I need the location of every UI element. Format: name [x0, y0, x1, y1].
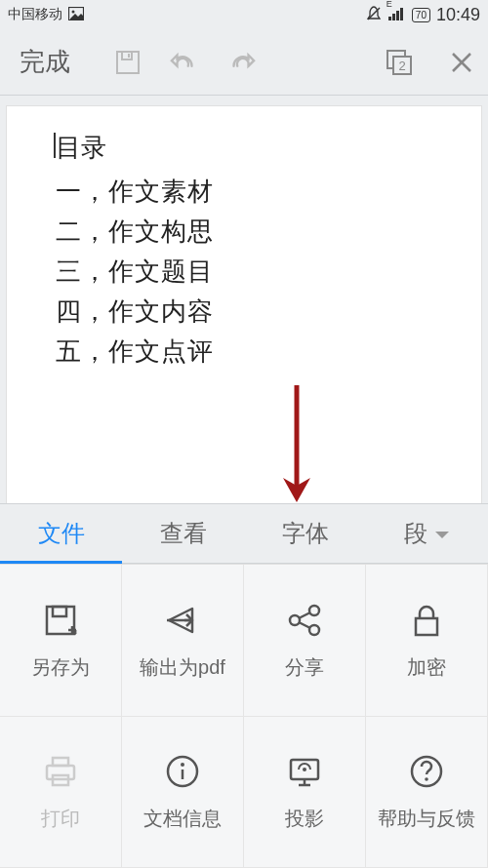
tab-view-label: 查看 — [160, 518, 207, 549]
signal-icon: E — [388, 7, 406, 22]
svg-point-18 — [309, 606, 319, 615]
grid-export-pdf-label: 输出为pdf — [140, 654, 225, 681]
save-as-icon — [40, 600, 81, 641]
grid-project-label: 投影 — [285, 806, 324, 832]
svg-rect-23 — [416, 618, 437, 635]
lock-icon — [406, 600, 447, 641]
tab-font-label: 字体 — [282, 518, 329, 549]
grid-help[interactable]: 帮助与反馈 — [366, 717, 488, 869]
svg-rect-8 — [122, 52, 132, 59]
file-actions-panel: 另存为 输出为pdf 分享 加密 打印 文档信息 投影 — [0, 564, 488, 868]
info-icon — [162, 751, 203, 792]
tab-file[interactable]: 文件 — [0, 504, 122, 563]
done-button[interactable]: 完成 — [12, 45, 78, 79]
tab-paragraph-label: 段 — [404, 518, 427, 549]
top-toolbar: 完成 2 — [0, 29, 488, 96]
svg-line-21 — [299, 612, 310, 618]
svg-rect-17 — [53, 607, 66, 616]
doc-line-5: 五，作文点评 — [56, 335, 432, 369]
tab-file-label: 文件 — [38, 518, 85, 549]
grid-save-as-label: 另存为 — [31, 654, 90, 681]
undo-icon[interactable] — [170, 48, 199, 77]
svg-point-31 — [303, 768, 306, 771]
grid-share-label: 分享 — [285, 654, 324, 681]
project-icon — [284, 751, 325, 792]
grid-encrypt[interactable]: 加密 — [366, 565, 488, 717]
svg-rect-6 — [400, 8, 403, 20]
svg-text:2: 2 — [398, 59, 405, 73]
save-icon[interactable] — [113, 48, 142, 77]
help-icon — [406, 751, 447, 792]
arrow-annotation — [277, 380, 316, 507]
picture-icon — [68, 7, 84, 23]
doc-line-2: 二，作文构思 — [56, 215, 432, 249]
pages-icon[interactable]: 2 — [385, 48, 414, 77]
svg-rect-9 — [128, 54, 130, 58]
svg-point-1 — [72, 10, 75, 13]
tab-paragraph[interactable]: 段 — [366, 504, 488, 563]
svg-rect-25 — [47, 766, 74, 779]
print-icon — [40, 751, 81, 792]
tabs-bar: 文件 查看 字体 段 — [0, 503, 488, 564]
share-icon — [284, 600, 325, 641]
svg-point-20 — [309, 625, 319, 635]
svg-rect-5 — [396, 11, 399, 20]
grid-export-pdf[interactable]: 输出为pdf — [122, 565, 244, 717]
tab-font[interactable]: 字体 — [244, 504, 366, 563]
grid-doc-info-label: 文档信息 — [143, 806, 222, 832]
close-icon[interactable] — [447, 48, 476, 77]
doc-line-1: 一，作文素材 — [56, 175, 432, 209]
doc-line-3: 三，作文题目 — [56, 255, 432, 289]
grid-print[interactable]: 打印 — [0, 717, 122, 869]
grid-help-label: 帮助与反馈 — [378, 806, 475, 832]
redo-icon[interactable] — [226, 48, 256, 77]
battery-level: 70 — [412, 8, 430, 22]
silent-icon — [365, 5, 383, 25]
grid-save-as[interactable]: 另存为 — [0, 565, 122, 717]
document-area[interactable]: 目录 一，作文素材 二，作文构思 三，作文题目 四，作文内容 五，作文点评 — [6, 105, 482, 505]
tab-view[interactable]: 查看 — [122, 504, 244, 563]
svg-rect-3 — [388, 17, 391, 20]
grid-project[interactable]: 投影 — [244, 717, 366, 869]
doc-line-4: 四，作文内容 — [56, 295, 432, 329]
grid-doc-info[interactable]: 文档信息 — [122, 717, 244, 869]
export-pdf-icon — [162, 600, 203, 641]
grid-share[interactable]: 分享 — [244, 565, 366, 717]
svg-line-22 — [299, 622, 310, 628]
status-bar: 中国移动 E 70 10:49 — [0, 0, 488, 29]
chevron-down-icon — [433, 520, 451, 547]
grid-print-label: 打印 — [41, 806, 80, 832]
svg-point-35 — [425, 777, 428, 781]
doc-title: 目录 — [56, 131, 432, 165]
carrier-label: 中国移动 — [8, 6, 62, 23]
svg-point-19 — [290, 615, 300, 625]
svg-point-28 — [181, 763, 184, 767]
grid-encrypt-label: 加密 — [407, 654, 446, 681]
clock: 10:49 — [436, 5, 480, 25]
svg-rect-4 — [392, 14, 395, 20]
